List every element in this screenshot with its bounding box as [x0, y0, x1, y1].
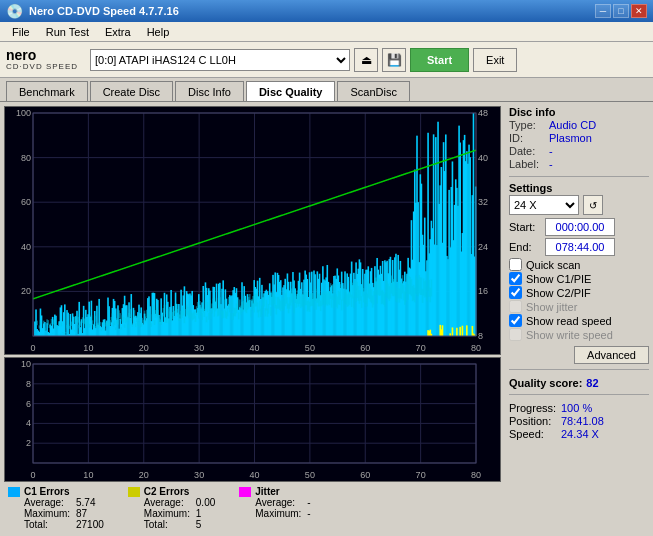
c2-total-value: 5	[196, 519, 202, 530]
c1-color-swatch	[8, 487, 20, 497]
c1-avg-value: 5.74	[76, 497, 95, 508]
jitter-max-label: Maximum:	[255, 508, 303, 519]
c2-legend: C2 Errors Average: 0.00 Maximum: 1 Total…	[128, 486, 215, 530]
save-icon-btn[interactable]: 💾	[382, 48, 406, 72]
show-write-speed-checkbox[interactable]	[509, 328, 522, 341]
drive-select[interactable]: [0:0] ATAPI iHAS124 C LL0H	[90, 49, 350, 71]
tab-bar: Benchmark Create Disc Disc Info Disc Qua…	[0, 78, 653, 102]
toolbar: nero CD·DVD SPEED [0:0] ATAPI iHAS124 C …	[0, 42, 653, 78]
disc-date-label: Date:	[509, 145, 545, 157]
disc-id-label: ID:	[509, 132, 545, 144]
show-read-speed-checkbox[interactable]	[509, 314, 522, 327]
quality-score-label: Quality score:	[509, 377, 582, 389]
show-c2-label: Show C2/PIF	[526, 287, 591, 299]
c2-avg-value: 0.00	[196, 497, 215, 508]
side-panel: Disc info Type: Audio CD ID: Plasmon Dat…	[505, 102, 653, 536]
c1-avg-label: Average:	[24, 497, 72, 508]
speed-select[interactable]: 24 X Maximum 4 X 8 X 16 X 32 X 40 X 48 X	[509, 195, 579, 215]
legend: C1 Errors Average: 5.74 Maximum: 87 Tota…	[4, 484, 501, 532]
tab-benchmark[interactable]: Benchmark	[6, 81, 88, 101]
speed-value: 24.34 X	[561, 428, 599, 440]
start-time-row: Start:	[509, 218, 649, 236]
show-write-speed-row: Show write speed	[509, 328, 649, 341]
settings-section: Settings 24 X Maximum 4 X 8 X 16 X 32 X …	[509, 182, 649, 364]
jitter-label: Jitter	[255, 486, 310, 497]
quality-score-row: Quality score: 82	[509, 377, 649, 389]
show-read-speed-row: Show read speed	[509, 314, 649, 327]
menu-bar: File Run Test Extra Help	[0, 22, 653, 42]
end-time-input[interactable]	[545, 238, 615, 256]
main-content: C1 Errors Average: 5.74 Maximum: 87 Tota…	[0, 102, 653, 536]
progress-section: Progress: 100 % Position: 78:41.08 Speed…	[509, 402, 649, 441]
tab-scan-disc[interactable]: ScanDisc	[337, 81, 409, 101]
c1-label: C1 Errors	[24, 486, 104, 497]
quality-score-value: 82	[586, 377, 598, 389]
show-c1-row: Show C1/PIE	[509, 272, 649, 285]
c2-label: C2 Errors	[144, 486, 215, 497]
disc-info-section: Disc info Type: Audio CD ID: Plasmon Dat…	[509, 106, 649, 171]
start-button[interactable]: Start	[410, 48, 469, 72]
quick-scan-checkbox[interactable]	[509, 258, 522, 271]
maximize-button[interactable]: □	[613, 4, 629, 18]
c2-max-label: Maximum:	[144, 508, 192, 519]
quick-scan-label: Quick scan	[526, 259, 580, 271]
tab-create-disc[interactable]: Create Disc	[90, 81, 173, 101]
jitter-legend: Jitter Average: - Maximum: -	[239, 486, 310, 530]
disc-label-value: -	[549, 158, 553, 170]
disc-id-row: ID: Plasmon	[509, 132, 649, 144]
show-c2-checkbox[interactable]	[509, 286, 522, 299]
refresh-icon-btn[interactable]: ↺	[583, 195, 603, 215]
divider-2	[509, 369, 649, 370]
menu-help[interactable]: Help	[139, 22, 178, 42]
divider-1	[509, 176, 649, 177]
disc-type-value: Audio CD	[549, 119, 596, 131]
speed-row: 24 X Maximum 4 X 8 X 16 X 32 X 40 X 48 X…	[509, 195, 649, 215]
tab-disc-info[interactable]: Disc Info	[175, 81, 244, 101]
disc-type-label: Type:	[509, 119, 545, 131]
show-c2-row: Show C2/PIF	[509, 286, 649, 299]
c2-color-swatch	[128, 487, 140, 497]
show-jitter-label: Show jitter	[526, 301, 577, 313]
divider-3	[509, 394, 649, 395]
c1-total-value: 27100	[76, 519, 104, 530]
exit-button[interactable]: Exit	[473, 48, 517, 72]
minimize-button[interactable]: ─	[595, 4, 611, 18]
progress-label: Progress:	[509, 402, 557, 414]
position-label: Position:	[509, 415, 557, 427]
c1-total-label: Total:	[24, 519, 72, 530]
show-jitter-checkbox[interactable]	[509, 300, 522, 313]
jitter-avg-label: Average:	[255, 497, 303, 508]
start-time-input[interactable]	[545, 218, 615, 236]
end-time-label: End:	[509, 241, 541, 253]
jitter-avg-value: -	[307, 497, 310, 508]
quick-scan-row: Quick scan	[509, 258, 649, 271]
jitter-max-value: -	[307, 508, 310, 519]
advanced-button[interactable]: Advanced	[574, 346, 649, 364]
window-title: Nero CD-DVD Speed 4.7.7.16	[29, 5, 179, 17]
end-time-row: End:	[509, 238, 649, 256]
show-c1-checkbox[interactable]	[509, 272, 522, 285]
title-bar: 💿 Nero CD-DVD Speed 4.7.7.16 ─ □ ✕	[0, 0, 653, 22]
progress-value: 100 %	[561, 402, 592, 414]
logo-text: nero	[6, 48, 78, 62]
disc-label-row: Label: -	[509, 158, 649, 170]
c1-max-label: Maximum:	[24, 508, 72, 519]
tab-disc-quality[interactable]: Disc Quality	[246, 81, 336, 101]
c2-total-label: Total:	[144, 519, 192, 530]
menu-file[interactable]: File	[4, 22, 38, 42]
disc-label-label: Label:	[509, 158, 545, 170]
show-write-speed-label: Show write speed	[526, 329, 613, 341]
window-controls: ─ □ ✕	[595, 4, 647, 18]
start-time-label: Start:	[509, 221, 541, 233]
eject-icon-btn[interactable]: ⏏	[354, 48, 378, 72]
show-jitter-row: Show jitter	[509, 300, 649, 313]
menu-extra[interactable]: Extra	[97, 22, 139, 42]
jitter-color-swatch	[239, 487, 251, 497]
settings-title: Settings	[509, 182, 649, 194]
disc-info-title: Disc info	[509, 106, 649, 118]
show-c1-label: Show C1/PIE	[526, 273, 591, 285]
menu-run-test[interactable]: Run Test	[38, 22, 97, 42]
close-button[interactable]: ✕	[631, 4, 647, 18]
disc-id-value: Plasmon	[549, 132, 592, 144]
c1-legend: C1 Errors Average: 5.74 Maximum: 87 Tota…	[8, 486, 104, 530]
